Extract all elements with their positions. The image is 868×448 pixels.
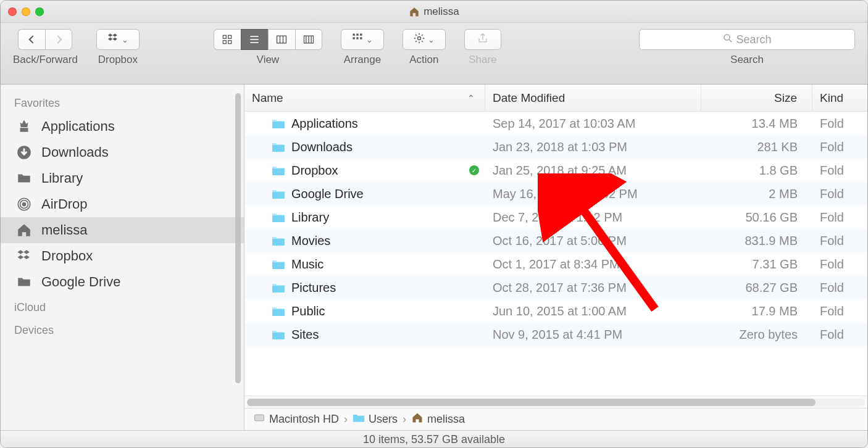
sidebar-section-devices: Devices: [1, 318, 244, 341]
sidebar-item-label: melissa: [41, 222, 88, 238]
cell-kind: Fold: [812, 187, 867, 201]
search-group: Search Search: [639, 29, 855, 66]
cell-kind: Fold: [812, 234, 867, 248]
column-view-button[interactable]: [268, 29, 295, 50]
cell-name: Music: [244, 257, 485, 272]
column-header-date[interactable]: Date Modified: [485, 85, 701, 111]
column-headers: Name ⌃ Date Modified Size Kind: [244, 85, 867, 112]
table-row[interactable]: Google DriveMay 16, 2017 at 11:42 PM2 MB…: [244, 182, 867, 205]
folder-icon: [15, 170, 33, 186]
list-view-button[interactable]: [241, 29, 268, 50]
cell-date: Oct 1, 2017 at 8:34 PM: [485, 257, 701, 272]
svg-rect-9: [353, 37, 355, 39]
back-button[interactable]: [18, 29, 45, 50]
sidebar-item-airdrop[interactable]: AirDrop: [1, 191, 244, 217]
sidebar-item-applications[interactable]: Applications: [1, 114, 244, 139]
sidebar-section-favorites: Favorites: [1, 91, 244, 114]
dropbox-button[interactable]: ⌄: [96, 29, 140, 50]
gear-icon: [413, 32, 425, 48]
window-title: melissa: [1, 6, 867, 18]
table-row[interactable]: ApplicationsSep 14, 2017 at 10:03 AM13.4…: [244, 112, 867, 135]
home-icon: [409, 6, 420, 18]
column-header-name[interactable]: Name ⌃: [244, 85, 485, 111]
sidebar-section-icloud: iCloud: [1, 295, 244, 318]
svg-rect-4: [277, 36, 286, 43]
table-row[interactable]: Dropbox✓Jan 25, 2018 at 9:25 AM1.8 GBFol…: [244, 159, 867, 182]
path-segment[interactable]: Macintosh HD: [253, 412, 339, 427]
table-row[interactable]: PicturesOct 28, 2017 at 7:36 PM68.27 GBF…: [244, 276, 867, 299]
svg-rect-8: [361, 33, 362, 35]
sidebar-item-dropbox[interactable]: Dropbox: [1, 243, 244, 269]
search-icon: [722, 33, 733, 47]
svg-rect-6: [353, 33, 355, 35]
table-row[interactable]: SitesNov 9, 2015 at 4:41 PMZero bytesFol…: [244, 323, 867, 346]
svg-point-12: [418, 36, 421, 39]
cell-kind: Fold: [812, 257, 867, 272]
forward-button[interactable]: [45, 29, 72, 50]
table-row[interactable]: MoviesOct 16, 2017 at 5:06 PM831.9 MBFol…: [244, 229, 867, 252]
search-input[interactable]: Search: [639, 29, 855, 50]
share-group: Share: [464, 29, 501, 66]
column-header-size[interactable]: Size: [701, 85, 812, 111]
back-forward-group: Back/Forward: [13, 29, 78, 66]
path-separator-icon: ›: [403, 413, 406, 426]
table-row[interactable]: LibraryDec 7, 2017 at 1:12 PM50.16 GBFol…: [244, 205, 867, 229]
horizontal-scrollbar[interactable]: [244, 396, 867, 408]
path-segment[interactable]: melissa: [411, 412, 465, 427]
cell-kind: Fold: [812, 164, 867, 178]
svg-rect-14: [20, 128, 28, 132]
cell-size: Zero bytes: [701, 328, 812, 342]
cell-kind: Fold: [812, 210, 867, 225]
cell-date: Dec 7, 2017 at 1:12 PM: [485, 210, 701, 225]
sidebar-item-label: Applications: [41, 118, 115, 135]
file-list-area: Name ⌃ Date Modified Size Kind Applicati…: [244, 85, 867, 430]
cell-size: 1.8 GB: [701, 164, 812, 178]
sidebar-item-label: Downloads: [41, 144, 109, 160]
cell-size: 13.4 MB: [701, 117, 812, 131]
svg-rect-19: [255, 415, 264, 421]
sidebar-scrollbar[interactable]: [235, 93, 241, 383]
svg-rect-0: [223, 35, 227, 38]
cell-name: Pictures: [244, 281, 485, 295]
cell-date: Oct 28, 2017 at 7:36 PM: [485, 281, 701, 295]
path-segment[interactable]: Users: [353, 412, 398, 427]
path-bar: Macintosh HD›Users›melissa: [244, 408, 867, 430]
column-header-kind[interactable]: Kind: [812, 85, 867, 111]
sidebar-item-melissa[interactable]: melissa: [1, 217, 244, 243]
svg-rect-10: [357, 37, 359, 39]
gallery-view-button[interactable]: [295, 29, 322, 50]
cell-size: 2 MB: [701, 187, 812, 201]
scrollbar-thumb[interactable]: [247, 399, 816, 406]
sidebar-item-label: Dropbox: [41, 248, 93, 264]
table-row[interactable]: MusicOct 1, 2017 at 8:34 PM7.31 GBFold: [244, 252, 867, 276]
icon-view-button[interactable]: [214, 29, 241, 50]
dropbox-label: Dropbox: [98, 54, 138, 66]
table-row[interactable]: DownloadsJan 23, 2018 at 1:03 PM281 KBFo…: [244, 135, 867, 159]
share-button[interactable]: [464, 29, 501, 50]
cell-date: Jan 25, 2018 at 9:25 AM: [485, 164, 701, 178]
action-button[interactable]: ⌄: [403, 29, 446, 50]
chevron-down-icon: ⌄: [122, 35, 128, 44]
dropbox-icon: [107, 32, 119, 48]
sort-ascending-icon: ⌃: [467, 93, 475, 103]
sync-badge-icon: ✓: [469, 165, 479, 175]
sidebar-item-label: Library: [41, 170, 83, 186]
main-area: Favorites ApplicationsDownloadsLibraryAi…: [1, 85, 867, 430]
disk-icon: [253, 412, 265, 427]
arrange-button[interactable]: ⌄: [341, 29, 384, 50]
home-icon: [411, 412, 424, 427]
cell-kind: Fold: [812, 140, 867, 154]
sidebar-item-google-drive[interactable]: Google Drive: [1, 269, 244, 295]
arrange-label: Arrange: [344, 54, 381, 66]
sidebar-item-downloads[interactable]: Downloads: [1, 139, 244, 165]
arrange-icon: [351, 32, 364, 48]
table-row[interactable]: PublicJun 10, 2015 at 1:00 AM17.9 MBFold: [244, 299, 867, 323]
cell-size: 831.9 MB: [701, 234, 812, 248]
cell-date: Jun 10, 2015 at 1:00 AM: [485, 304, 701, 318]
file-rows: ApplicationsSep 14, 2017 at 10:03 AM13.4…: [244, 112, 867, 396]
cell-size: 7.31 GB: [701, 257, 812, 272]
home-icon: [15, 222, 33, 238]
cell-date: May 16, 2017 at 11:42 PM: [485, 187, 701, 201]
sidebar-item-library[interactable]: Library: [1, 165, 244, 191]
cell-size: 68.27 GB: [701, 281, 812, 295]
